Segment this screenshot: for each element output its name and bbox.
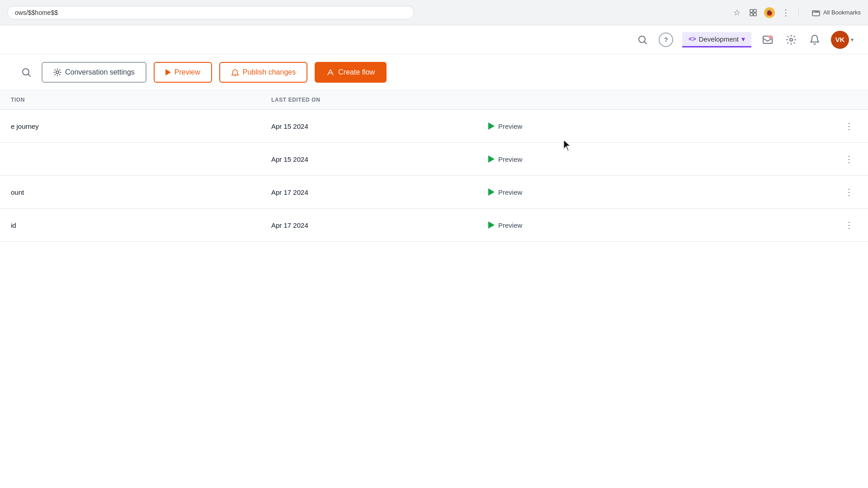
row-name-1 — [0, 143, 260, 176]
settings-btn-icon — [53, 68, 61, 76]
row-actions-2: Preview — [477, 176, 781, 209]
all-bookmarks-label: All Bookmarks — [823, 9, 861, 16]
inbox-icon[interactable] — [760, 33, 775, 47]
row-preview-play-icon-0 — [488, 122, 495, 130]
row-more-1: ⋮ — [781, 143, 868, 176]
table-row: ount Apr 17 2024 Preview ⋮ — [0, 176, 868, 209]
row-more-3: ⋮ — [781, 209, 868, 242]
settings-icon[interactable] — [784, 33, 798, 47]
toolbar: Conversation settings Preview Publish ch… — [0, 54, 868, 90]
browser-bar: ows/$$home$$ ☆ 🐞 ⋮ All Bookmark — [0, 0, 868, 25]
row-preview-label-2: Preview — [498, 188, 522, 196]
user-chevron-icon: ▾ — [851, 37, 854, 43]
table-container: TION LAST EDITED ON e journey Apr 15 202… — [0, 90, 868, 488]
preview-play-icon — [165, 69, 171, 75]
help-icon[interactable]: ? — [659, 33, 673, 47]
row-edited-2: Apr 17 2024 — [260, 176, 477, 209]
row-actions-3: Preview — [477, 209, 781, 242]
row-preview-btn-1[interactable]: Preview — [488, 155, 522, 163]
row-preview-play-icon-2 — [488, 188, 495, 196]
row-edited-1: Apr 15 2024 — [260, 143, 477, 176]
browser-icons: ☆ 🐞 ⋮ All Bookmarks — [731, 7, 861, 18]
row-name-0: e journey — [0, 110, 260, 143]
row-preview-label-1: Preview — [498, 155, 522, 163]
svg-rect-0 — [750, 9, 753, 12]
publish-changes-label: Publish changes — [243, 68, 296, 76]
row-preview-play-icon-1 — [488, 155, 495, 163]
col-header-more — [781, 90, 868, 110]
svg-point-10 — [790, 38, 793, 41]
preview-label: Preview — [175, 68, 200, 76]
row-more-btn-3[interactable]: ⋮ — [841, 218, 857, 232]
row-preview-label-3: Preview — [498, 221, 522, 229]
col-header-actions — [477, 90, 781, 110]
table-body: e journey Apr 15 2024 Preview ⋮ Apr 15 2… — [0, 110, 868, 242]
browser-divider — [798, 8, 799, 17]
bookmark-star-icon[interactable]: ☆ — [731, 7, 742, 18]
search-header-icon[interactable] — [635, 33, 650, 47]
bell-icon — [231, 68, 239, 76]
header-right: ? <> Development ▾ — [635, 31, 854, 49]
flows-table: TION LAST EDITED ON e journey Apr 15 202… — [0, 90, 868, 242]
table-row: Apr 15 2024 Preview ⋮ — [0, 143, 868, 176]
row-edited-0: Apr 15 2024 — [260, 110, 477, 143]
create-flow-button[interactable]: Create flow — [315, 62, 387, 83]
create-flow-icon — [326, 68, 335, 76]
code-arrows-icon: <> — [689, 35, 696, 42]
row-preview-btn-0[interactable]: Preview — [488, 122, 522, 130]
conversation-settings-button[interactable]: Conversation settings — [42, 62, 146, 83]
col-header-edited: LAST EDITED ON — [260, 90, 477, 110]
env-selector[interactable]: <> Development ▾ — [682, 32, 751, 47]
row-preview-play-icon-3 — [488, 221, 495, 229]
row-preview-btn-2[interactable]: Preview — [488, 188, 522, 196]
table-row: e journey Apr 15 2024 Preview ⋮ — [0, 110, 868, 143]
profile-bug-icon[interactable]: 🐞 — [764, 7, 775, 18]
user-menu[interactable]: VK ▾ — [831, 31, 854, 49]
publish-changes-button[interactable]: Publish changes — [219, 62, 307, 83]
row-preview-label-0: Preview — [498, 122, 522, 130]
row-more-0: ⋮ — [781, 110, 868, 143]
svg-point-12 — [56, 71, 59, 74]
app-header: ? <> Development ▾ — [0, 25, 868, 54]
svg-rect-3 — [754, 13, 756, 16]
preview-button[interactable]: Preview — [154, 62, 212, 83]
env-dropdown-icon: ▾ — [741, 35, 745, 43]
row-name-2: ount — [0, 176, 260, 209]
row-preview-btn-3[interactable]: Preview — [488, 221, 522, 229]
svg-rect-2 — [750, 13, 753, 16]
col-header-name: TION — [0, 90, 260, 110]
row-more-2: ⋮ — [781, 176, 868, 209]
create-flow-label: Create flow — [338, 68, 375, 76]
row-more-btn-1[interactable]: ⋮ — [841, 152, 857, 166]
page-content: ? <> Development ▾ — [0, 25, 868, 488]
row-more-btn-0[interactable]: ⋮ — [841, 119, 857, 133]
svg-rect-1 — [754, 9, 756, 12]
table-row: id Apr 17 2024 Preview ⋮ — [0, 209, 868, 242]
browser-menu-icon[interactable]: ⋮ — [780, 7, 791, 18]
svg-rect-9 — [769, 35, 772, 39]
bookmarks-folder-icon — [811, 8, 821, 17]
table-header: TION LAST EDITED ON — [0, 90, 868, 110]
user-avatar: VK — [831, 31, 849, 49]
url-bar[interactable]: ows/$$home$$ — [7, 6, 414, 19]
notifications-icon[interactable] — [807, 33, 822, 47]
row-more-btn-2[interactable]: ⋮ — [841, 185, 857, 199]
row-edited-3: Apr 17 2024 — [260, 209, 477, 242]
toolbar-search-icon[interactable] — [18, 64, 34, 80]
env-name-label: Development — [699, 35, 739, 43]
row-name-3: id — [0, 209, 260, 242]
conversation-settings-label: Conversation settings — [65, 68, 135, 76]
bookmarks-section[interactable]: All Bookmarks — [811, 8, 861, 17]
row-actions-0: Preview — [477, 110, 781, 143]
extensions-icon[interactable] — [748, 7, 759, 18]
row-actions-1: Preview — [477, 143, 781, 176]
